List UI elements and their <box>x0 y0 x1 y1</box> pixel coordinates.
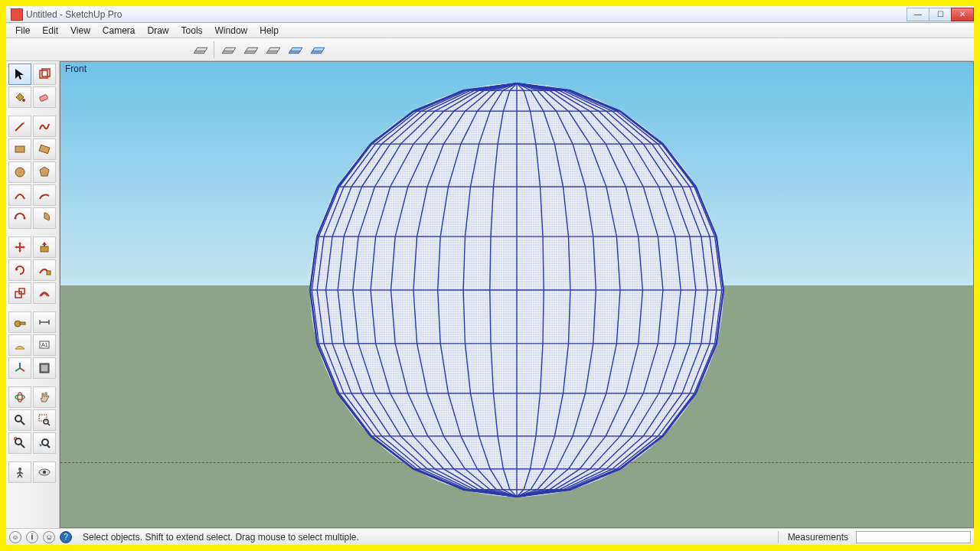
maximize-button[interactable]: ☐ <box>929 8 952 21</box>
text-tool[interactable]: A1 <box>33 334 56 356</box>
user-icon[interactable]: ☺ <box>43 531 55 543</box>
app-window: Untitled - SketchUp Pro — ☐ ✕ File Edit … <box>6 6 974 545</box>
arc-tool[interactable] <box>8 184 31 206</box>
titlebar: Untitled - SketchUp Pro — ☐ ✕ <box>6 6 974 23</box>
svg-text:A1: A1 <box>41 342 48 347</box>
svg-point-8 <box>15 217 17 220</box>
arc-2pt-tool[interactable] <box>33 184 56 206</box>
tape-measure-tool[interactable] <box>8 311 31 333</box>
menu-camera[interactable]: Camera <box>96 24 142 37</box>
offset-tool[interactable] <box>33 282 56 304</box>
menu-tools[interactable]: Tools <box>175 24 209 37</box>
sketchup-icon <box>11 8 23 21</box>
look-around-tool[interactable] <box>33 461 56 483</box>
eraser-tool[interactable] <box>33 86 56 108</box>
svg-rect-12 <box>15 292 21 298</box>
sphere-model[interactable] <box>302 76 731 504</box>
dimension-tool[interactable] <box>33 311 56 333</box>
svg-point-25 <box>15 416 21 422</box>
svg-point-9 <box>24 217 26 220</box>
geo-location-icon[interactable]: ⌾ <box>9 531 21 543</box>
measurements-label: Measurements <box>788 532 848 543</box>
layers-blue-a-button[interactable] <box>285 41 305 59</box>
credits-icon[interactable]: i <box>26 531 38 543</box>
menu-draw[interactable]: Draw <box>142 24 175 37</box>
svg-rect-22 <box>41 365 47 371</box>
svg-line-26 <box>21 421 24 425</box>
zoom-extents-tool[interactable] <box>8 432 31 454</box>
svg-line-29 <box>47 423 50 425</box>
svg-point-23 <box>15 395 24 399</box>
window-title: Untitled - SketchUp Pro <box>26 9 122 20</box>
paint-bucket-tool[interactable] <box>8 86 31 108</box>
polygon-tool[interactable] <box>33 161 56 183</box>
scale-tool[interactable] <box>8 282 31 304</box>
svg-point-2 <box>22 99 25 102</box>
select-tool[interactable] <box>8 64 31 85</box>
menu-window[interactable]: Window <box>209 24 254 37</box>
arc-3pt-tool[interactable] <box>8 207 31 229</box>
svg-line-19 <box>20 368 24 371</box>
layers-stack-button[interactable] <box>263 41 283 59</box>
svg-line-31 <box>21 444 24 448</box>
menu-help[interactable]: Help <box>253 24 285 37</box>
svg-marker-7 <box>40 167 49 176</box>
layers-toolbar <box>6 38 974 61</box>
rotate-tool[interactable] <box>8 259 31 281</box>
circle-tool[interactable] <box>8 161 31 183</box>
status-hint: Select objects. Shift to extend select. … <box>77 532 769 543</box>
minimize-button[interactable]: — <box>906 8 929 21</box>
svg-line-20 <box>15 368 20 371</box>
move-tool[interactable] <box>8 236 31 258</box>
svg-line-33 <box>47 445 50 448</box>
pie-tool[interactable] <box>33 207 56 229</box>
rectangle-tool[interactable] <box>8 139 31 160</box>
svg-rect-4 <box>15 146 24 152</box>
svg-rect-15 <box>20 322 25 324</box>
axes-tool[interactable] <box>8 357 31 379</box>
layers-blue-b-button[interactable] <box>307 41 327 59</box>
pushpull-tool[interactable] <box>33 236 56 258</box>
status-separator <box>778 531 779 543</box>
close-button[interactable]: ✕ <box>951 8 974 21</box>
previous-view-tool[interactable] <box>33 432 56 454</box>
toolbar-separator <box>214 41 214 58</box>
help-icon[interactable]: ? <box>60 531 72 543</box>
svg-rect-5 <box>39 145 50 153</box>
svg-point-30 <box>15 439 21 445</box>
orbit-tool[interactable] <box>8 386 31 408</box>
view-label: Front <box>65 64 87 74</box>
status-bar: ⌾ i ☺ ? Select objects. Shift to extend … <box>6 528 974 545</box>
svg-rect-3 <box>39 94 48 102</box>
menu-view[interactable]: View <box>64 24 96 37</box>
component-tool[interactable] <box>33 64 56 85</box>
followme-tool[interactable] <box>33 259 56 281</box>
menu-file[interactable]: File <box>9 24 36 37</box>
menu-bar: File Edit View Camera Draw Tools Window … <box>6 23 974 38</box>
rotated-rectangle-tool[interactable] <box>33 139 56 160</box>
svg-point-36 <box>43 471 46 474</box>
layers-multi-button[interactable] <box>240 41 260 59</box>
pan-tool[interactable] <box>33 386 56 408</box>
svg-point-24 <box>18 393 22 402</box>
protractor-tool[interactable] <box>8 334 31 356</box>
layers-tray-button[interactable] <box>218 41 238 59</box>
line-tool[interactable] <box>8 116 31 137</box>
position-camera-tool[interactable] <box>8 461 31 483</box>
svg-point-6 <box>15 168 24 177</box>
menu-edit[interactable]: Edit <box>36 24 64 37</box>
layers-single-button[interactable] <box>190 41 210 59</box>
svg-rect-11 <box>47 271 51 275</box>
svg-rect-10 <box>41 246 48 252</box>
freehand-tool[interactable] <box>33 116 56 137</box>
svg-point-34 <box>18 468 21 471</box>
viewport[interactable]: Front <box>60 61 974 528</box>
measurements-input[interactable] <box>856 531 971 543</box>
tool-palette: A1 <box>6 61 60 528</box>
zoom-tool[interactable] <box>8 409 31 431</box>
zoom-window-tool[interactable] <box>33 409 56 431</box>
section-plane-tool[interactable] <box>33 357 56 379</box>
